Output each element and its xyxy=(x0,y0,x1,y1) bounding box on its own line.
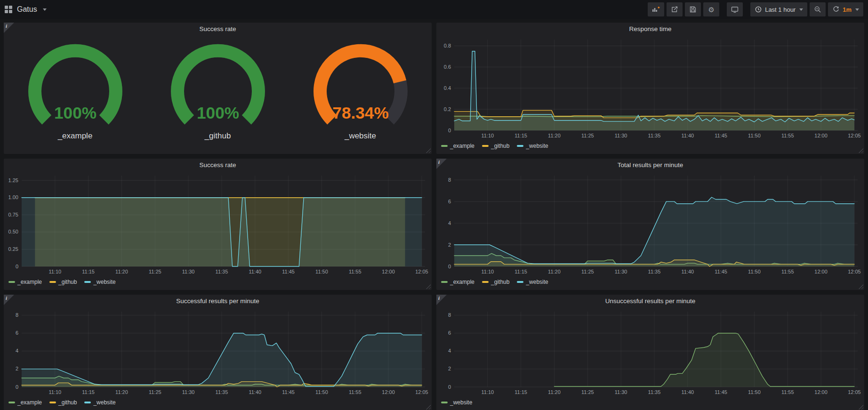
legend: _website xyxy=(436,397,864,408)
chart-svg: 11:1011:1511:2011:2511:3011:3511:4011:45… xyxy=(436,172,864,277)
legend-item-website[interactable]: _website xyxy=(517,279,548,285)
chart-area[interactable]: 11:1011:1511:2011:2511:3011:3511:4011:45… xyxy=(436,36,864,141)
chart-area[interactable]: 11:1011:1511:2011:2511:3011:3511:4011:45… xyxy=(436,172,864,277)
chart-area[interactable]: 11:1011:1511:2011:2511:3011:3511:4011:45… xyxy=(436,308,864,397)
tv-monitor-icon xyxy=(731,6,739,13)
x-tick-label: 11:35 xyxy=(648,133,661,138)
legend-item-website[interactable]: _website xyxy=(84,279,115,285)
y-tick-label: 0 xyxy=(16,264,18,269)
share-button[interactable] xyxy=(667,2,683,16)
legend: _example_github_website xyxy=(436,277,864,287)
x-tick-label: 12:00 xyxy=(382,389,395,395)
legend-item-website[interactable]: _website xyxy=(517,143,548,149)
legend-item-github[interactable]: _github xyxy=(49,279,77,285)
x-tick-label: 11:15 xyxy=(514,133,527,138)
info-icon[interactable]: i xyxy=(436,295,447,305)
legend-item-example[interactable]: _example xyxy=(8,399,42,406)
x-tick-label: 12:05 xyxy=(848,389,861,395)
x-tick-label: 12:05 xyxy=(415,269,428,274)
legend-item-example[interactable]: _example xyxy=(441,143,474,149)
x-tick-label: 11:30 xyxy=(615,269,627,274)
y-tick-label: 0 xyxy=(448,128,451,133)
legend-item-github[interactable]: _github xyxy=(482,143,509,149)
zoom-out-button[interactable] xyxy=(810,2,826,16)
x-tick-label: 11:20 xyxy=(548,389,561,395)
x-tick-label: 11:25 xyxy=(581,269,594,274)
resize-handle[interactable] xyxy=(426,148,431,153)
panel-title[interactable]: Unsuccessful results per minute xyxy=(436,295,864,308)
x-tick-label: 11:40 xyxy=(681,133,694,138)
chevron-down-icon[interactable] xyxy=(43,8,47,11)
legend-label: _website xyxy=(450,399,472,406)
x-tick-label: 11:50 xyxy=(748,389,761,395)
legend-label: _website xyxy=(526,279,548,285)
panel-response-time: i Response time 11:1011:1511:2011:2511:3… xyxy=(436,23,864,154)
panel-title[interactable]: Successful results per minute xyxy=(4,295,432,308)
gauge-value: 100% xyxy=(196,104,239,122)
tv-mode-button[interactable] xyxy=(727,2,743,16)
refresh-button[interactable]: 1m xyxy=(828,2,863,16)
chart-area[interactable]: 11:1011:1511:2011:2511:3011:3511:4011:45… xyxy=(4,172,432,277)
legend-item-website[interactable]: _website xyxy=(441,399,472,406)
legend-item-example[interactable]: _example xyxy=(8,279,42,285)
x-tick-label: 11:15 xyxy=(514,269,527,274)
x-tick-label: 11:25 xyxy=(149,269,161,274)
clock-icon xyxy=(755,6,762,13)
x-tick-label: 11:30 xyxy=(182,269,195,274)
panel-title[interactable]: Response time xyxy=(436,23,864,36)
x-tick-label: 12:05 xyxy=(848,269,861,274)
x-tick-label: 11:55 xyxy=(349,269,362,274)
legend-label: _example xyxy=(450,279,474,285)
panel-unsuccessful-results: i Unsuccessful results per minute 11:101… xyxy=(436,295,864,410)
x-tick-label: 11:50 xyxy=(315,269,328,274)
bar-chart-plus-icon xyxy=(652,6,660,13)
legend-swatch xyxy=(8,281,15,283)
y-tick-label: 0.50 xyxy=(8,229,18,234)
x-tick-label: 11:10 xyxy=(481,133,494,138)
share-icon xyxy=(671,6,678,13)
legend-swatch xyxy=(441,402,448,403)
legend-swatch xyxy=(49,402,56,403)
panel-total-results: i Total results per minute 11:1011:1511:… xyxy=(436,159,864,290)
y-tick-label: 6 xyxy=(448,199,451,204)
zoom-out-icon xyxy=(814,6,821,13)
legend-swatch xyxy=(517,281,523,283)
settings-button[interactable]: ⚙ xyxy=(703,2,719,16)
legend-label: _github xyxy=(58,399,77,406)
chart-svg: 11:1011:1511:2011:2511:3011:3511:4011:45… xyxy=(4,172,432,277)
chevron-down-icon xyxy=(799,8,803,11)
y-tick-label: 8 xyxy=(448,312,451,318)
panel-title[interactable]: Success rate xyxy=(4,159,432,172)
save-button[interactable] xyxy=(685,2,701,16)
x-tick-label: 11:40 xyxy=(681,389,694,395)
dashboard-title[interactable]: Gatus xyxy=(17,5,37,14)
x-tick-label: 11:25 xyxy=(149,389,161,395)
x-tick-label: 12:05 xyxy=(848,133,861,138)
legend-label: _website xyxy=(526,143,548,149)
legend-item-example[interactable]: _example xyxy=(441,279,474,285)
info-icon[interactable]: i xyxy=(4,295,14,305)
gauge-example: 100%_example xyxy=(7,41,144,141)
chart-area[interactable]: 11:1011:1511:2011:2511:3011:3511:4011:45… xyxy=(4,308,432,397)
info-icon[interactable]: i xyxy=(4,23,14,33)
x-tick-label: 11:50 xyxy=(748,133,761,138)
info-icon[interactable]: i xyxy=(436,159,447,169)
x-tick-label: 11:35 xyxy=(648,389,661,395)
save-icon xyxy=(689,6,697,13)
gear-icon: ⚙ xyxy=(708,6,714,13)
x-tick-label: 11:50 xyxy=(315,389,328,395)
y-tick-label: 4 xyxy=(448,220,451,226)
legend-item-github[interactable]: _github xyxy=(482,279,509,285)
legend-swatch xyxy=(517,145,523,147)
x-tick-label: 11:10 xyxy=(481,269,494,274)
panel-title[interactable]: Total results per minute xyxy=(436,159,864,172)
add-panel-button[interactable] xyxy=(648,2,664,16)
apps-grid-icon[interactable] xyxy=(5,6,12,13)
legend-item-website[interactable]: _website xyxy=(84,399,115,406)
legend-swatch xyxy=(84,402,91,403)
time-range-button[interactable]: Last 1 hour xyxy=(750,2,807,16)
dashboard-grid: i Success rate 100%_example100%_github78… xyxy=(0,19,868,410)
panel-title[interactable]: Success rate xyxy=(4,23,432,36)
legend-item-github[interactable]: _github xyxy=(49,399,77,406)
gauge-value: 78.34% xyxy=(332,104,388,122)
